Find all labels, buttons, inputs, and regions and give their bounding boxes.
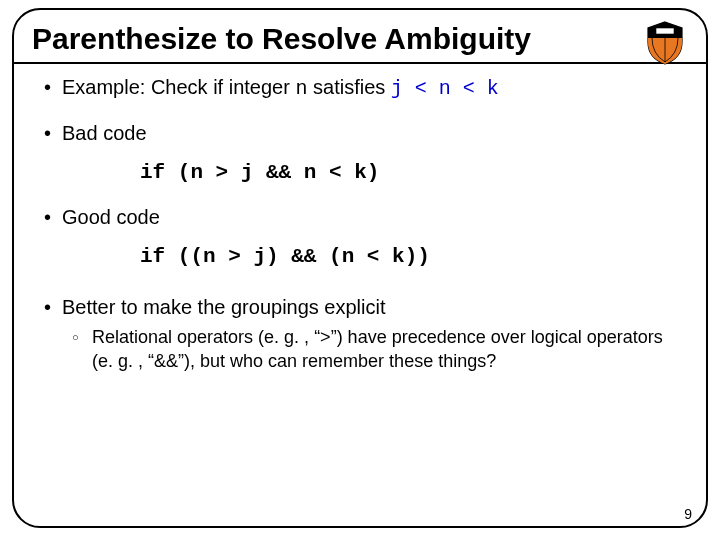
code-good: if ((n > j) && (n < k)) — [140, 245, 680, 268]
code-frag-expr: j < n < k — [391, 77, 499, 100]
code-frag-n: n — [295, 77, 307, 100]
sub-q1: “>” — [314, 327, 337, 347]
sub-prefix: Relational operators (e. g. , — [92, 327, 314, 347]
page-number: 9 — [684, 506, 692, 522]
bullet-good: Good code — [40, 204, 680, 231]
svg-rect-0 — [656, 28, 674, 34]
slide-content: Example: Check if integer n satisfies j … — [14, 64, 706, 386]
text-better-label: Better to make the groupings explicit — [62, 296, 386, 318]
text-example-prefix: Example: Check if integer — [62, 76, 295, 98]
slide-title: Parenthesize to Resolve Ambiguity — [32, 22, 688, 56]
sub-bullet: Relational operators (e. g. , “>”) have … — [62, 325, 680, 374]
text-bad-label: Bad code — [62, 122, 147, 144]
bullet-list-2: Good code — [40, 204, 680, 231]
bullet-example: Example: Check if integer n satisfies j … — [40, 74, 680, 102]
sub-q2: “&&” — [148, 351, 184, 371]
bullet-list: Example: Check if integer n satisfies j … — [40, 74, 680, 147]
bullet-better: Better to make the groupings explicit Re… — [40, 294, 680, 374]
slide-frame: Parenthesize to Resolve Ambiguity Exampl… — [12, 8, 708, 528]
bullet-bad: Bad code — [40, 120, 680, 147]
princeton-shield-icon — [642, 20, 688, 66]
sub-suffix: ), but who can remember these things? — [184, 351, 496, 371]
text-example-mid: satisfies — [307, 76, 390, 98]
title-block: Parenthesize to Resolve Ambiguity — [14, 10, 706, 62]
code-bad: if (n > j && n < k) — [140, 161, 680, 184]
bullet-list-3: Better to make the groupings explicit Re… — [40, 294, 680, 374]
text-good-label: Good code — [62, 206, 160, 228]
sub-list: Relational operators (e. g. , “>”) have … — [62, 325, 680, 374]
